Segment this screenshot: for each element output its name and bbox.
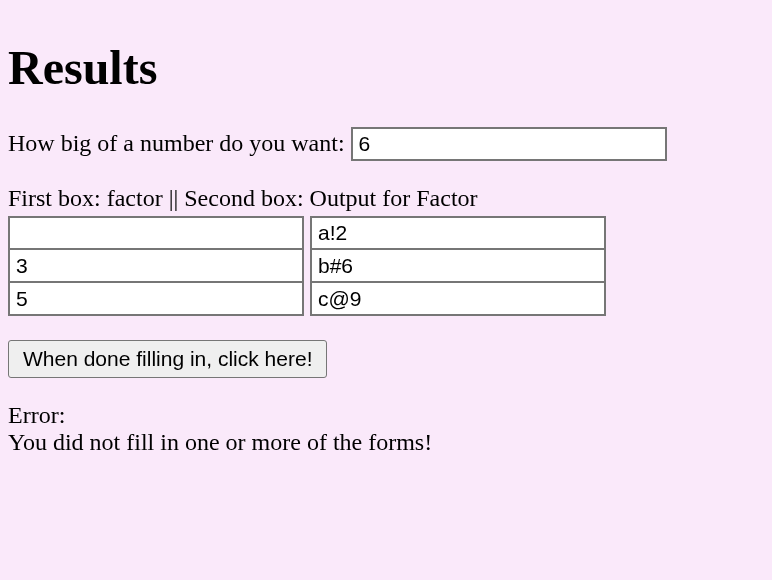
factor-input[interactable] (8, 216, 304, 250)
error-label: Error: (8, 402, 764, 429)
factor-input[interactable] (8, 282, 304, 316)
table-row (8, 216, 764, 250)
page-title: Results (8, 40, 764, 95)
output-input[interactable] (310, 249, 606, 283)
number-input[interactable] (351, 127, 667, 161)
output-input[interactable] (310, 282, 606, 316)
error-message: You did not fill in one or more of the f… (8, 429, 764, 456)
factor-grid (8, 216, 764, 316)
submit-button[interactable]: When done filling in, click here! (8, 340, 327, 378)
output-input[interactable] (310, 216, 606, 250)
error-block: Error: You did not fill in one or more o… (8, 402, 764, 456)
number-prompt-line: How big of a number do you want: (8, 127, 764, 161)
box-instructions: First box: factor || Second box: Output … (8, 185, 764, 212)
number-prompt-label: How big of a number do you want: (8, 130, 351, 156)
table-row (8, 250, 764, 283)
factor-input[interactable] (8, 249, 304, 283)
table-row (8, 283, 764, 316)
